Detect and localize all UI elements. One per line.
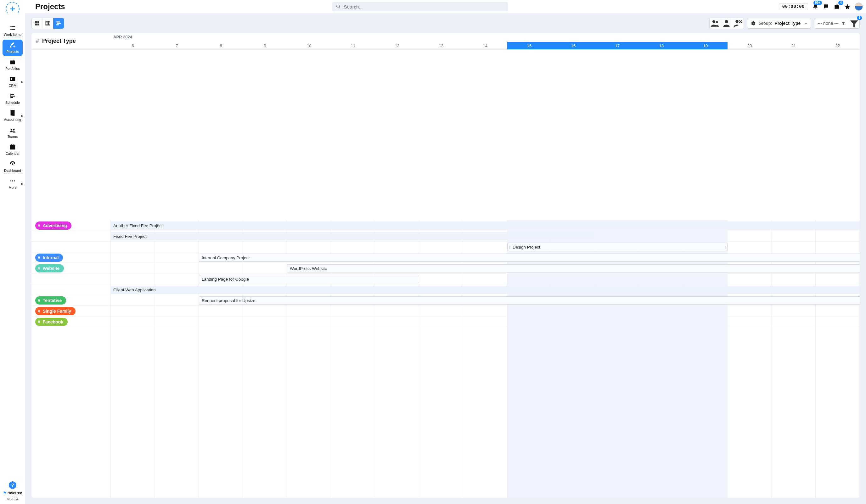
day-cell[interactable]: 12 [375, 42, 419, 49]
view-table-button[interactable] [43, 18, 53, 29]
search-box[interactable] [332, 2, 508, 11]
resize-handle-right[interactable]: || [724, 244, 726, 250]
day-cell[interactable]: 19 [684, 42, 728, 49]
resize-handle-left[interactable]: || [508, 244, 511, 250]
calendar-icon [9, 144, 16, 150]
nav-item-teams[interactable]: Teams [2, 125, 23, 141]
notifications-button[interactable]: 99+ [812, 3, 819, 10]
layers-icon [751, 21, 756, 26]
phase-filter-combo: --- none --- ▼ 1 [814, 18, 860, 29]
day-cell[interactable]: 17 [595, 42, 640, 49]
day-cell[interactable]: 21 [771, 42, 815, 49]
filter-button[interactable]: 1 [849, 18, 860, 29]
nav-item-more[interactable]: More ▶ [2, 176, 23, 192]
nav-item-work-items[interactable]: Work Items [2, 23, 23, 39]
gantt-bar[interactable]: Fixed Fee Project [111, 232, 595, 240]
nav-item-portfolios[interactable]: Portfolios [2, 57, 23, 73]
people-remove-button[interactable] [732, 18, 744, 29]
notifications-badge: 99+ [813, 1, 822, 5]
gantt-bar[interactable]: Another Fixed Fee Project [111, 222, 860, 229]
star-icon [844, 3, 851, 10]
receipt-icon [9, 110, 16, 116]
svg-rect-4 [35, 21, 37, 23]
gantt-panel: # Project Type APR 2024 6789101112131415… [32, 33, 860, 498]
nav-label: Dashboard [4, 169, 21, 172]
gantt-bar-label: Landing Page for Google [202, 277, 249, 282]
caret-icon: ▶ [21, 182, 23, 185]
day-cell[interactable]: 6 [111, 42, 155, 49]
phase-select[interactable]: --- none --- ▼ [814, 18, 849, 29]
help-button[interactable]: ? [9, 481, 16, 489]
nav-item-projects[interactable]: Projects [2, 40, 23, 56]
day-cell[interactable]: 16 [551, 42, 595, 49]
hash-icon: # [38, 309, 40, 314]
favorites-button[interactable] [844, 3, 851, 10]
gantt-bar[interactable]: Landing Page for Google [199, 275, 419, 283]
left-nav-footer: ? ⚑ravetree © 2024 [3, 481, 22, 504]
svg-rect-6 [35, 24, 37, 25]
gantt-bar-label: Design Project [513, 245, 540, 249]
group-select[interactable]: Group: Project Type ▼ [747, 18, 811, 29]
people-filter [709, 18, 744, 29]
day-cell[interactable]: 15 [507, 42, 551, 49]
nav-item-accounting[interactable]: Accounting ▶ [2, 108, 23, 124]
day-cell[interactable]: 18 [640, 42, 684, 49]
hash-icon: # [38, 223, 40, 228]
briefcase-button[interactable]: 4 [833, 3, 840, 10]
gantt-group-header: # Project Type [32, 33, 111, 50]
user-avatar[interactable] [855, 2, 863, 11]
gantt-bar[interactable]: Client Web Application [111, 285, 860, 294]
group-tag[interactable]: #Facebook [35, 318, 68, 326]
chat-button[interactable] [823, 3, 830, 10]
group-tag[interactable]: #Internal [35, 254, 63, 262]
group-tag[interactable]: #Website [35, 264, 64, 272]
search-input[interactable] [344, 4, 504, 9]
day-cell[interactable]: 9 [243, 42, 287, 49]
people-all-button[interactable] [710, 18, 721, 29]
group-tag[interactable]: #Single Family [35, 307, 76, 315]
left-nav: Work Items Projects Portfolios CRM ▶ Sch… [0, 13, 25, 504]
gantt-bar[interactable]: ||Design Project|| [507, 243, 728, 251]
view-timeline-button[interactable] [53, 18, 64, 29]
nav-item-schedule[interactable]: Schedule [2, 91, 23, 107]
timer[interactable]: 00:00:00 [779, 3, 808, 10]
nav-item-dashboard[interactable]: Dashboard [2, 159, 23, 175]
gantt-bar[interactable]: Request proposal for Upsize [199, 296, 860, 304]
day-cell[interactable]: 14 [463, 42, 507, 49]
gantt-bar-label: Internal Company Project [202, 256, 249, 260]
gantt-bar-label: Fixed Fee Project [113, 234, 147, 239]
gantt-bar[interactable]: WordPress Website [287, 264, 860, 272]
day-cell[interactable]: 8 [199, 42, 243, 49]
people-single-button[interactable] [721, 18, 732, 29]
gantt-bar[interactable]: Internal Company Project [199, 254, 860, 262]
nav-label: Projects [6, 50, 19, 54]
day-cell[interactable]: 7 [155, 42, 199, 49]
day-cell[interactable]: 10 [287, 42, 331, 49]
group-tag-label: Website [43, 266, 59, 271]
search-icon [336, 4, 341, 9]
team-icon [9, 126, 16, 133]
timeline-view-icon [56, 21, 62, 26]
day-cell[interactable]: 13 [419, 42, 463, 49]
group-tag[interactable]: #Tentative [35, 296, 66, 304]
svg-point-1 [10, 180, 12, 181]
day-cell[interactable]: 20 [728, 42, 771, 49]
day-cell[interactable]: 22 [815, 42, 860, 49]
day-cell[interactable]: 11 [331, 42, 375, 49]
gantt-bar-label: Request proposal for Upsize [202, 298, 255, 303]
group-tag[interactable]: #Advertising [35, 222, 71, 229]
group-tag-label: Tentative [43, 298, 62, 303]
nav-label: Accounting [4, 117, 21, 121]
checklist-icon [9, 24, 16, 32]
search-wrap [332, 2, 508, 11]
group-label: Group: [759, 21, 772, 26]
nav-item-crm[interactable]: CRM ▶ [2, 74, 23, 90]
group-value: Project Type [775, 21, 801, 26]
gantt-bar-label: Client Web Application [113, 288, 156, 292]
group-header-label: Project Type [42, 38, 76, 44]
gantt-right-body[interactable]: Another Fixed Fee ProjectFixed Fee Proje… [111, 220, 860, 498]
gantt-icon [9, 92, 16, 99]
view-card-button[interactable] [32, 18, 43, 29]
gantt-timeline-header: APR 2024 678910111213141516171819202122 [111, 33, 860, 50]
nav-item-calendar[interactable]: Calendar [2, 142, 23, 158]
